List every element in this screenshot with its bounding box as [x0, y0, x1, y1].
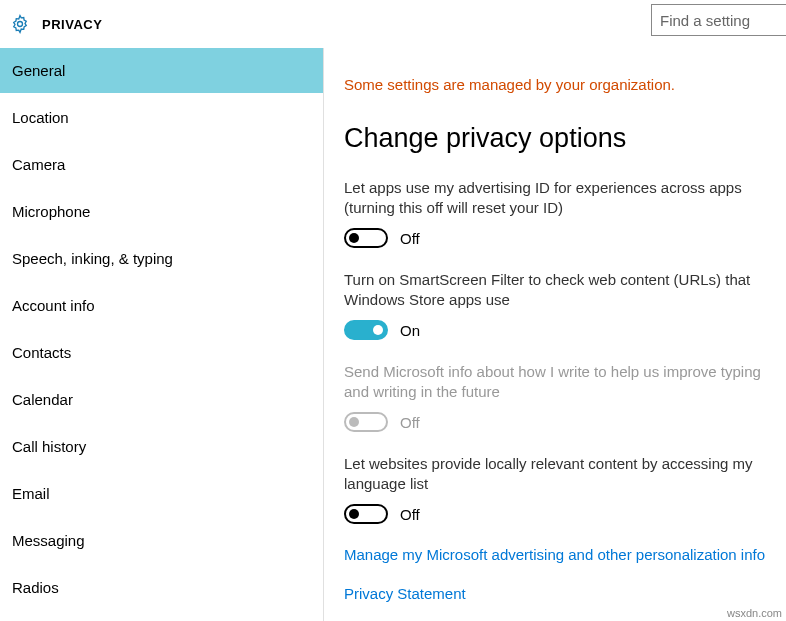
toggle-smartscreen[interactable] — [344, 320, 388, 340]
sidebar-item-camera[interactable]: Camera — [0, 142, 323, 187]
section-title: Change privacy options — [344, 123, 772, 154]
toggle-advertising-id[interactable] — [344, 228, 388, 248]
setting-label: Let apps use my advertising ID for exper… — [344, 178, 772, 218]
sidebar-item-account-info[interactable]: Account info — [0, 283, 323, 328]
sidebar-item-radios[interactable]: Radios — [0, 565, 323, 610]
sidebar-item-label: Messaging — [12, 532, 85, 549]
sidebar-item-label: Calendar — [12, 391, 73, 408]
sidebar-item-speech-inking-typing[interactable]: Speech, inking, & typing — [0, 236, 323, 281]
setting-send-microsoft-info: Send Microsoft info about how I write to… — [344, 362, 772, 432]
page-title: PRIVACY — [42, 17, 102, 32]
sidebar-item-label: Location — [12, 109, 69, 126]
sidebar-item-label: General — [12, 62, 65, 79]
sidebar-item-label: Contacts — [12, 344, 71, 361]
managed-notice: Some settings are managed by your organi… — [344, 76, 772, 93]
toggle-state-text: Off — [400, 230, 420, 247]
setting-advertising-id: Let apps use my advertising ID for exper… — [344, 178, 772, 248]
toggle-state-text: Off — [400, 414, 420, 431]
sidebar-item-label: Call history — [12, 438, 86, 455]
sidebar-item-label: Speech, inking, & typing — [12, 250, 173, 267]
gear-icon — [10, 14, 30, 34]
header: PRIVACY — [0, 0, 786, 48]
sidebar: General Location Camera Microphone Speec… — [0, 48, 324, 621]
content: Some settings are managed by your organi… — [324, 48, 786, 621]
sidebar-item-label: Account info — [12, 297, 95, 314]
sidebar-item-contacts[interactable]: Contacts — [0, 330, 323, 375]
sidebar-item-label: Camera — [12, 156, 65, 173]
toggle-language-list[interactable] — [344, 504, 388, 524]
link-manage-advertising[interactable]: Manage my Microsoft advertising and othe… — [344, 546, 772, 563]
setting-label: Send Microsoft info about how I write to… — [344, 362, 772, 402]
toggle-send-microsoft-info — [344, 412, 388, 432]
setting-label: Let websites provide locally relevant co… — [344, 454, 772, 494]
toggle-state-text: On — [400, 322, 420, 339]
sidebar-item-messaging[interactable]: Messaging — [0, 518, 323, 563]
sidebar-item-email[interactable]: Email — [0, 471, 323, 516]
toggle-state-text: Off — [400, 506, 420, 523]
sidebar-item-label: Microphone — [12, 203, 90, 220]
svg-point-0 — [18, 22, 23, 27]
sidebar-item-label: Email — [12, 485, 50, 502]
setting-label: Turn on SmartScreen Filter to check web … — [344, 270, 772, 310]
sidebar-item-microphone[interactable]: Microphone — [0, 189, 323, 234]
setting-smartscreen: Turn on SmartScreen Filter to check web … — [344, 270, 772, 340]
setting-language-list: Let websites provide locally relevant co… — [344, 454, 772, 524]
sidebar-item-general[interactable]: General — [0, 48, 323, 93]
search-input[interactable] — [651, 4, 786, 36]
watermark: wsxdn.com — [727, 607, 782, 619]
sidebar-item-location[interactable]: Location — [0, 95, 323, 140]
sidebar-item-calendar[interactable]: Calendar — [0, 377, 323, 422]
sidebar-item-label: Radios — [12, 579, 59, 596]
sidebar-item-call-history[interactable]: Call history — [0, 424, 323, 469]
link-privacy-statement[interactable]: Privacy Statement — [344, 585, 772, 602]
body: General Location Camera Microphone Speec… — [0, 48, 786, 621]
